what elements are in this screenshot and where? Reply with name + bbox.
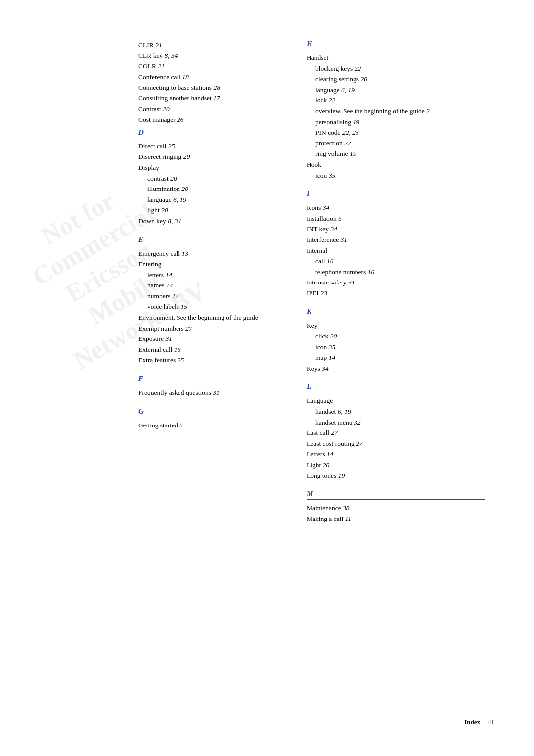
list-item: Getting started 5 [138,420,287,431]
list-item: letters 14 [138,270,287,281]
section-header-m: M [307,490,485,500]
list-item: Conference call 18 [138,72,287,83]
list-item: Extra features 25 [138,355,287,366]
list-item: Handset [307,52,485,63]
list-item: language 6, 19 [138,194,287,205]
list-item: Letters 14 [307,449,485,460]
list-item: External call 16 [138,344,287,355]
section-header-h: H [307,40,485,49]
left-column: CLIR 21 CLR key 8, 34 COLR 21 Conference… [138,40,287,533]
list-item: Consulting another handset 17 [138,93,287,104]
list-item: lock 22 [307,95,485,106]
right-column: H Handset blocking keys 22 clearing sett… [307,40,485,533]
list-item: ring volume 19 [307,148,485,159]
list-item: Cost manager 26 [138,114,287,125]
list-item: Language [307,395,485,406]
list-item: handset 6, 19 [307,406,485,417]
list-item: numbers 14 [138,291,287,302]
list-item: illumination 20 [138,184,287,194]
section-header-e: E [138,236,287,245]
list-item: Installation 5 [307,213,485,224]
list-item: light 20 [138,205,287,216]
list-item: Frequently asked questions 31 [138,387,287,398]
list-item: overview. See the beginning of the guide… [307,106,485,117]
section-header-i: I [307,189,485,199]
list-item: personalising 19 [307,117,485,128]
section-l: L Language handset 6, 19 handset menu 32… [307,382,485,481]
list-item: protection 22 [307,138,485,149]
section-k: K Key click 20 icon 35 map 14 Keys 34 [307,307,485,374]
section-header-g: G [138,407,287,417]
list-item: Icons 34 [307,202,485,213]
list-item: names 14 [138,280,287,291]
list-item: Last call 27 [307,427,485,438]
list-item: CLIR 21 [138,40,287,50]
section-h: H Handset blocking keys 22 clearing sett… [307,40,485,181]
list-item: blocking keys 22 [307,63,485,74]
list-item: Exempt numbers 27 [138,323,287,334]
list-item: call 16 [307,256,485,267]
list-item: Emergency call 13 [138,248,287,259]
list-item: INT key 34 [307,224,485,235]
list-item: clearing settings 20 [307,74,485,85]
section-f: F Frequently asked questions 31 [138,375,287,398]
section-g: G Getting started 5 [138,407,287,431]
section-m: M Maintenance 38 Making a call 11 [307,490,485,524]
section-header-l: L [307,382,485,392]
list-item: icon 35 [307,342,485,353]
section-i: I Icons 34 Installation 5 INT key 34 Int… [307,189,485,298]
list-item: Entering [138,259,287,270]
footer: Index 41 [464,718,494,726]
list-item: Internal [307,245,485,256]
list-item: contrast 20 [138,173,287,184]
list-item: COLR 21 [138,61,287,72]
list-item: Environment. See the beginning of the gu… [138,312,287,323]
list-item: language 6, 19 [307,85,485,95]
list-item: Key [307,320,485,331]
list-item: Down key 8, 34 [138,216,287,227]
section-header-k: K [307,307,485,317]
list-item: PIN code 22, 23 [307,127,485,138]
list-item: voice labels 15 [138,301,287,312]
page-container: Not forCommercialEricssonMobileNetworks … [0,0,534,756]
list-item: icon 35 [307,170,485,181]
section-header-d: D [138,128,287,138]
list-item: Contrast 20 [138,104,287,115]
footer-page-number: 41 [488,718,494,726]
list-item: Discreet ringing 20 [138,151,287,162]
list-item: handset menu 32 [307,417,485,428]
list-item: Light 20 [307,460,485,471]
list-item: Making a call 11 [307,514,485,524]
list-item: Connecting to base stations 28 [138,82,287,93]
list-item: Long tones 19 [307,471,485,481]
list-item: telephone numbers 16 [307,267,485,278]
list-item: Interference 31 [307,235,485,245]
list-item: Direct call 25 [138,141,287,152]
list-item: map 14 [307,352,485,363]
section-e: E Emergency call 13 Entering letters 14 … [138,236,287,366]
list-item: Least cost routing 27 [307,438,485,449]
list-item: Keys 34 [307,363,485,374]
section-d: D Direct call 25 Discreet ringing 20 Dis… [138,128,287,227]
list-item: click 20 [307,331,485,342]
list-item: Exposure 31 [138,333,287,344]
section-header-f: F [138,375,287,384]
list-item: Intrinsic safety 31 [307,277,485,288]
top-entries: CLIR 21 CLR key 8, 34 COLR 21 Conference… [138,40,287,125]
list-item: Display [138,162,287,173]
list-item: CLR key 8, 34 [138,50,287,61]
list-item: IPEI 23 [307,288,485,299]
list-item: Hook [307,159,485,170]
list-item: Maintenance 38 [307,503,485,514]
footer-index-label: Index [464,718,480,726]
content-area: CLIR 21 CLR key 8, 34 COLR 21 Conference… [138,40,504,533]
